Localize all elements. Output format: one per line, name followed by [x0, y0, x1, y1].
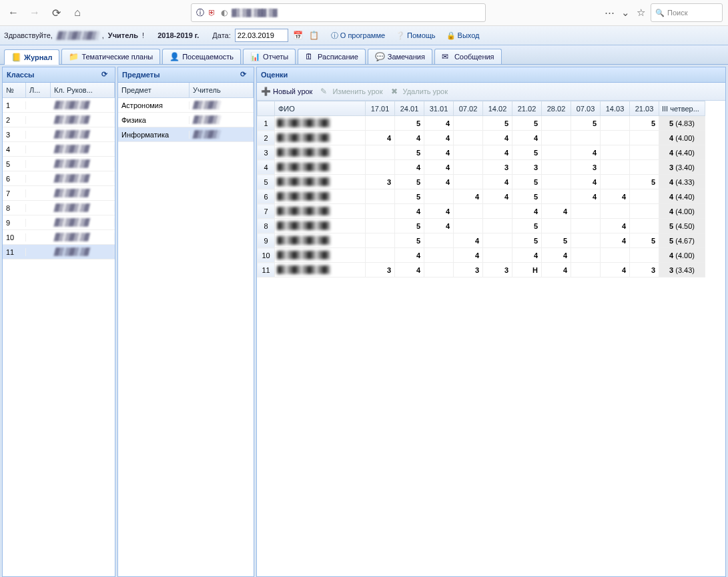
cell-grade[interactable]: Н [512, 263, 542, 277]
cell-grade[interactable] [424, 248, 454, 263]
cell-grade[interactable] [424, 233, 454, 248]
cell-grade[interactable] [366, 189, 395, 204]
today-icon[interactable]: 📋 [308, 29, 320, 41]
cell-grade[interactable] [571, 204, 601, 219]
tab-сообщения[interactable]: ✉Сообщения [434, 49, 502, 64]
class-row[interactable]: 7▓▒░▒▓▒░▒▓ [3, 186, 115, 201]
cell-grade[interactable] [601, 145, 630, 160]
cell-grade[interactable]: 4 [542, 204, 571, 219]
cell-grade[interactable] [454, 131, 483, 145]
cell-grade[interactable]: 4 [483, 175, 512, 189]
cell-grade[interactable]: 4 [424, 145, 454, 160]
table-row[interactable]: 11▓▒░▒▓▒░▒▓▒░▒▓▒3433Н4433 (3.43) [258, 263, 705, 277]
table-row[interactable]: 8▓▒░▒▓▒░▒▓▒░▒▓▒54545 (4.50) [258, 219, 705, 233]
cell-grade[interactable]: 4 [424, 160, 454, 175]
cell-grade[interactable] [542, 175, 571, 189]
class-row[interactable]: 1▓▒░▒▓▒░▒▓ [3, 98, 115, 113]
cell-grade[interactable]: 5 [512, 145, 542, 160]
calendar-icon[interactable]: 📅 [292, 29, 304, 41]
cell-grade[interactable] [630, 131, 659, 145]
cell-grade[interactable]: 4 [395, 131, 424, 145]
cell-grade[interactable] [601, 204, 630, 219]
cell-grade[interactable] [630, 145, 659, 160]
more-icon[interactable]: ⋯ [605, 7, 615, 19]
table-row[interactable]: 4▓▒░▒▓▒░▒▓▒░▒▓▒443333 (3.40) [258, 160, 705, 175]
cell-grade[interactable]: 5 [512, 233, 542, 248]
subject-row[interactable]: Информатика▓▒░▒▓▒░ [118, 127, 254, 142]
table-row[interactable]: 3▓▒░▒▓▒░▒▓▒░▒▓▒544544 (4.40) [258, 145, 705, 160]
cell-grade[interactable] [601, 160, 630, 175]
cell-grade[interactable]: 4 [424, 131, 454, 145]
cell-grade[interactable]: 5 [483, 116, 512, 131]
cell-grade[interactable]: 4 [512, 131, 542, 145]
cell-grade[interactable]: 5 [512, 175, 542, 189]
cell-grade[interactable] [454, 116, 483, 131]
cell-grade[interactable]: 5 [512, 189, 542, 204]
cell-grade[interactable] [483, 233, 512, 248]
cell-grade[interactable]: 5 [395, 233, 424, 248]
cell-grade[interactable]: 5 [395, 175, 424, 189]
col-subject[interactable]: Предмет [118, 83, 190, 97]
cell-grade[interactable]: 4 [395, 263, 424, 277]
cell-grade[interactable] [542, 160, 571, 175]
cell-grade[interactable] [483, 248, 512, 263]
cell-grade[interactable] [601, 248, 630, 263]
forward-button[interactable]: → [27, 5, 43, 21]
cell-grade[interactable]: 4 [483, 131, 512, 145]
cell-grade[interactable] [454, 175, 483, 189]
cell-grade[interactable]: 3 [483, 160, 512, 175]
cell-grade[interactable]: 5 [395, 189, 424, 204]
edit-lesson-button[interactable]: ✎Изменить урок [320, 87, 382, 96]
tab-отчеты[interactable]: 📊Отчеты [243, 49, 296, 64]
exit-link[interactable]: 🔒Выход [446, 31, 480, 40]
cell-grade[interactable] [366, 204, 395, 219]
cell-grade[interactable] [571, 263, 601, 277]
col-lit[interactable]: Л... [26, 83, 51, 97]
subject-row[interactable]: Физика▓▒░▒▓▒░ [118, 113, 254, 127]
cell-grade[interactable]: 4 [483, 145, 512, 160]
cell-grade[interactable] [366, 233, 395, 248]
cell-grade[interactable]: 4 [601, 233, 630, 248]
cell-grade[interactable]: 4 [424, 175, 454, 189]
star-icon[interactable]: ☆ [637, 7, 645, 19]
cell-grade[interactable] [542, 145, 571, 160]
col-date[interactable]: 28.02 [542, 101, 571, 116]
col-date[interactable]: 31.01 [424, 101, 454, 116]
cell-grade[interactable]: 4 [424, 204, 454, 219]
class-row[interactable]: 9▓▒░▒▓▒░▒▓ [3, 215, 115, 230]
class-row[interactable]: 4▓▒░▒▓▒░▒▓ [3, 142, 115, 157]
help-link[interactable]: ❔Помощь [396, 31, 436, 40]
cell-grade[interactable]: 4 [601, 189, 630, 204]
cell-grade[interactable] [366, 248, 395, 263]
table-row[interactable]: 5▓▒░▒▓▒░▒▓▒░▒▓▒35445454 (4.33) [258, 175, 705, 189]
cell-grade[interactable]: 4 [512, 248, 542, 263]
new-lesson-button[interactable]: ➕Новый урок [261, 87, 312, 96]
cell-grade[interactable]: 5 [630, 233, 659, 248]
cell-grade[interactable] [542, 116, 571, 131]
class-row[interactable]: 2▓▒░▒▓▒░▒▓ [3, 113, 115, 127]
cell-grade[interactable]: 4 [571, 175, 601, 189]
col-date[interactable]: 07.02 [454, 101, 483, 116]
cell-grade[interactable]: 4 [424, 219, 454, 233]
cell-grade[interactable]: 4 [395, 248, 424, 263]
tab-посещаемость[interactable]: 👤Посещаемость [162, 49, 241, 64]
cell-grade[interactable] [630, 204, 659, 219]
cell-grade[interactable]: 5 [630, 116, 659, 131]
address-bar[interactable]: ⓘ ⛨ ◐ ▓▒░▒▓░▒▓▓░▒▓ [191, 3, 486, 22]
cell-grade[interactable] [571, 131, 601, 145]
cell-grade[interactable]: 5 [512, 116, 542, 131]
col-date[interactable]: 24.01 [395, 101, 424, 116]
class-row[interactable]: 5▓▒░▒▓▒░▒▓ [3, 157, 115, 171]
table-row[interactable]: 9▓▒░▒▓▒░▒▓▒░▒▓▒5455455 (4.67) [258, 233, 705, 248]
cell-grade[interactable]: 4 [483, 189, 512, 204]
cell-grade[interactable]: 4 [395, 204, 424, 219]
col-rownum[interactable] [258, 101, 275, 116]
back-button[interactable]: ← [5, 5, 21, 21]
col-teacher[interactable]: Учитель [190, 83, 254, 97]
class-row[interactable]: 11▓▒░▒▓▒░▒▓ [3, 245, 115, 259]
cell-grade[interactable] [571, 233, 601, 248]
cell-grade[interactable]: 5 [395, 116, 424, 131]
cell-grade[interactable] [454, 204, 483, 219]
cell-grade[interactable]: 3 [366, 263, 395, 277]
col-date[interactable]: 17.01 [366, 101, 395, 116]
